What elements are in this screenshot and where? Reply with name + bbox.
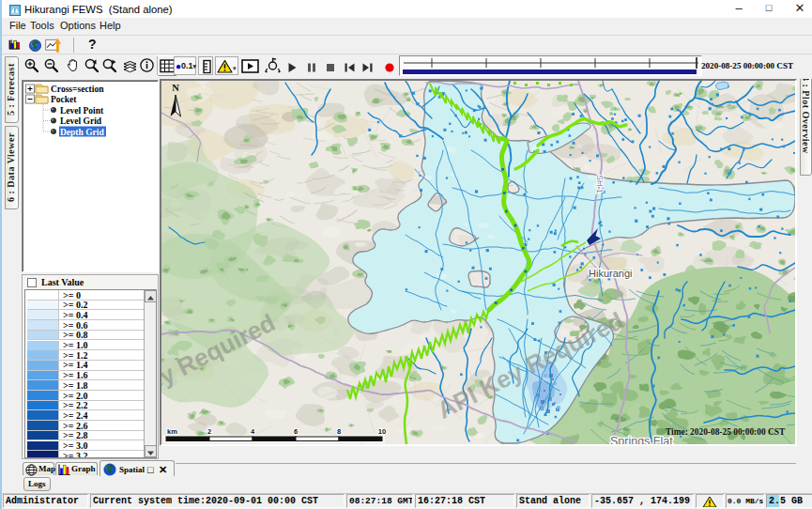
svg-text:Hikurangi: Hikurangi <box>589 268 632 279</box>
svg-text:10: 10 <box>378 427 386 436</box>
svg-text:Pocket: Pocket <box>51 95 77 104</box>
svg-text:Depth Grid: Depth Grid <box>60 128 104 137</box>
svg-text:Springs Flat: Springs Flat <box>610 435 673 444</box>
svg-text:2: 2 <box>207 427 211 436</box>
svg-text:km: km <box>167 427 177 436</box>
svg-text:Cross=section: Cross=section <box>51 85 104 94</box>
svg-text:SH 1: SH 1 <box>595 175 605 193</box>
svg-text:6: 6 <box>294 427 298 436</box>
svg-text:8: 8 <box>337 427 341 436</box>
svg-text:Time: 2020-08-25 00:00:00 CST: Time: 2020-08-25 00:00:00 CST <box>666 427 786 437</box>
svg-text:Level Point: Level Point <box>60 106 104 116</box>
svg-text:Level Grid: Level Grid <box>60 116 102 126</box>
svg-text:N: N <box>172 83 179 93</box>
